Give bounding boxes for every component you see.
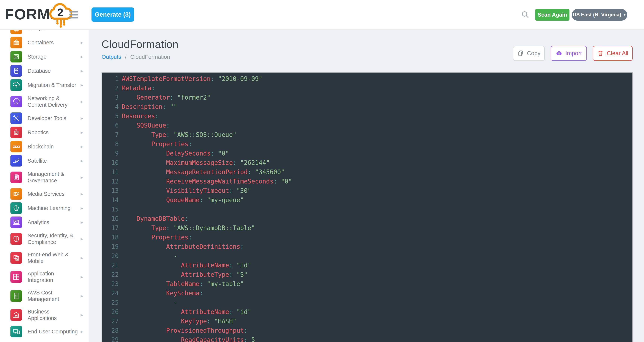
breadcrumb-outputs-link[interactable]: Outputs [102, 54, 121, 60]
sidebar-item-label: Machine Learning [28, 205, 76, 211]
chevron-right-icon: ▸ [80, 54, 83, 59]
sidebar-item[interactable]: Application Integration ▸ [0, 267, 89, 286]
blockchain-icon [10, 141, 22, 152]
sidebar-item[interactable]: Analytics ▸ [0, 215, 89, 229]
sidebar-item[interactable]: Compute ▸ [0, 30, 89, 36]
line-content: Generator: "former2" [122, 93, 210, 102]
sidebar-item-label: Robotics [28, 129, 76, 136]
sidebar-item-label: AWS Cost Management [28, 289, 76, 302]
sidebar-item-label: End User Computing [28, 328, 78, 335]
code-lines: 1 AWSTemplateFormatVersion: "2010-09-09"… [102, 73, 632, 342]
clear-all-button[interactable]: Clear All [593, 46, 633, 61]
sidebar-item[interactable]: End User Computing ▸ [0, 324, 89, 339]
chevron-right-icon: ▸ [80, 116, 83, 121]
logo-badge: 2 [58, 6, 63, 18]
line-number: 3 [102, 93, 119, 102]
code-line: 14 QueueName: "my-queue" [102, 195, 632, 205]
developer-tools-icon [10, 112, 22, 124]
line-number: 5 [102, 112, 119, 121]
chevron-right-icon: ▸ [80, 329, 83, 334]
sidebar-item[interactable]: Robotics ▸ [0, 125, 89, 140]
code-line: 28 ProvisionedThroughput: [102, 326, 632, 335]
code-line: 10 MaximumMessageSize: "262144" [102, 158, 632, 167]
code-line: 16 DynamoDBTable: [102, 214, 632, 223]
code-line: 2 Metadata: [102, 84, 632, 93]
code-line: 24 KeySchema: [102, 289, 632, 298]
sidebar-item[interactable]: Containers ▸ [0, 36, 89, 50]
business-applications-icon [10, 309, 22, 321]
breadcrumb: Outputs / CloudFormation [102, 54, 170, 60]
code-line: 22 AttributeType: "S" [102, 270, 632, 279]
sidebar-item[interactable]: Satellite ▸ [0, 154, 89, 168]
frontend-web-mobile-icon [10, 252, 22, 264]
sidebar-item[interactable]: AWS Cost Management ▸ [0, 286, 89, 305]
compute-icon [10, 30, 22, 34]
search-icon[interactable] [521, 11, 530, 19]
scan-again-button[interactable]: Scan Again [535, 9, 570, 21]
region-label: US East (N. Virginia) [573, 12, 621, 18]
sidebar-item[interactable]: Media Services ▸ [0, 187, 89, 201]
sidebar-item[interactable]: Database ▸ [0, 64, 89, 78]
line-number: 21 [102, 261, 119, 270]
region-selector[interactable]: US East (N. Virginia) ▼ [572, 9, 627, 21]
migration-icon [10, 79, 22, 91]
generate-button[interactable]: Generate (3) [92, 8, 134, 22]
line-number: 19 [102, 242, 119, 251]
sidebar-item-label: Blockchain [28, 143, 76, 150]
former2-logo: FORMER 2 [4, 0, 72, 29]
sidebar-item[interactable]: Networking & Content Delivery ▸ [0, 92, 89, 111]
sidebar-item[interactable]: Migration & Transfer ▸ [0, 78, 89, 92]
sidebar-item[interactable]: Front-end Web & Mobile ▸ [0, 248, 89, 267]
sidebar-item[interactable]: Security, Identity, & Compliance ▸ [0, 229, 89, 248]
chevron-right-icon: ▸ [80, 255, 83, 260]
sidebar-item[interactable]: Developer Tools ▸ [0, 111, 89, 125]
code-line: 7 Type: "AWS::SQS::Queue" [102, 130, 632, 140]
sidebar-item[interactable]: Blockchain ▸ [0, 140, 89, 154]
line-number: 14 [102, 195, 119, 205]
sidebar-item[interactable]: Machine Learning ▸ [0, 201, 89, 215]
breadcrumb-separator: / [125, 54, 126, 60]
copy-button[interactable]: Copy [513, 46, 545, 61]
code-line: 1 AWSTemplateFormatVersion: "2010-09-09" [102, 74, 632, 84]
end-user-computing-icon [10, 326, 22, 337]
line-number: 27 [102, 317, 119, 326]
line-content: AttributeName: "id" [122, 261, 251, 270]
code-line: 26 AttributeName: "id" [102, 307, 632, 317]
page-title: CloudFormation [102, 38, 178, 50]
copy-icon [517, 50, 524, 57]
line-content: AWSTemplateFormatVersion: "2010-09-09" [122, 74, 262, 84]
chevron-right-icon: ▸ [80, 158, 83, 163]
application-integration-icon [10, 271, 22, 283]
line-content: KeyType: "HASH" [122, 317, 236, 326]
clear-all-button-label: Clear All [607, 50, 628, 57]
code-line: 8 Properties: [102, 140, 632, 149]
breadcrumb-current: CloudFormation [130, 54, 170, 60]
code-line: 11 MessageRetentionPeriod: "345600" [102, 167, 632, 177]
chevron-right-icon: ▸ [80, 130, 83, 135]
copy-button-label: Copy [527, 50, 540, 57]
line-content: MessageRetentionPeriod: "345600" [122, 167, 284, 177]
code-line: 23 TableName: "my-table" [102, 279, 632, 289]
chevron-right-icon: ▸ [80, 274, 83, 279]
chevron-right-icon: ▸ [80, 69, 83, 74]
line-content: Metadata: [122, 84, 155, 93]
networking-icon [10, 96, 22, 107]
line-content: QueueName: "my-queue" [122, 195, 244, 205]
sidebar-item-label: Storage [28, 54, 76, 60]
sidebar-item-label: Compute [28, 30, 76, 32]
code-line: 12 ReceiveMessageWaitTimeSeconds: "0" [102, 177, 632, 186]
sidebar-item[interactable]: Storage ▸ [0, 50, 89, 64]
line-number: 15 [102, 205, 119, 214]
sidebar-item[interactable]: Business Applications ▸ [0, 305, 89, 324]
line-number: 8 [102, 140, 119, 149]
import-button[interactable]: Import [551, 46, 587, 61]
line-content: Properties: [122, 140, 192, 149]
chevron-right-icon: ▸ [80, 40, 83, 45]
line-content: ReceiveMessageWaitTimeSeconds: "0" [122, 177, 292, 186]
sidebar-item[interactable]: Management & Governance ▸ [0, 168, 89, 187]
line-number: 29 [102, 335, 119, 342]
menu-toggle-button[interactable] [69, 11, 78, 19]
code-editor[interactable]: 1 AWSTemplateFormatVersion: "2010-09-09"… [102, 72, 633, 342]
line-content: KeySchema: [122, 289, 203, 298]
cloud-upload-icon [556, 50, 562, 57]
